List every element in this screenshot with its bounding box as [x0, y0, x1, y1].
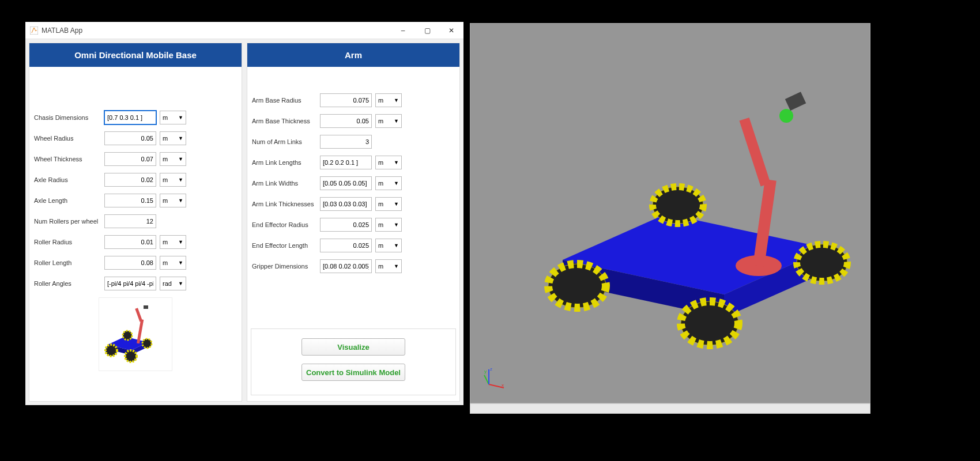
link-thicknesses-unit-select[interactable]: m▼	[375, 197, 402, 211]
ee-length-input[interactable]	[320, 239, 372, 252]
svg-text:y: y	[484, 369, 487, 374]
axle-radius-label: Axle Radius	[34, 176, 101, 183]
roller-length-input[interactable]	[104, 256, 156, 270]
ee-length-label: End Effector Length	[252, 242, 316, 249]
link-widths-input[interactable]	[320, 176, 372, 190]
axle-length-row: Axle Length m▼	[33, 190, 238, 211]
arm-panel: Arm Arm Base Radius m▼ Arm Base Thicknes…	[247, 43, 460, 402]
roller-length-label: Roller Length	[34, 259, 101, 266]
base-panel-header: Omni Directional Mobile Base	[29, 43, 242, 67]
gripper-unit-select[interactable]: m▼	[375, 259, 402, 273]
num-links-input[interactable]	[320, 135, 372, 149]
link-lengths-row: Arm Link Lengths m▼	[251, 152, 456, 173]
ee-radius-row: End Effector Radius m▼	[251, 214, 456, 235]
ee-length-unit-select[interactable]: m▼	[375, 239, 402, 252]
arm-base-radius-row: Arm Base Radius m▼	[251, 90, 456, 111]
num-rollers-row: Num Rollers per wheel	[33, 211, 238, 232]
arm-base-radius-unit-select[interactable]: m▼	[375, 93, 402, 107]
chassis-label: Chasis Dimensions	[34, 114, 101, 121]
svg-rect-35	[135, 308, 142, 322]
wheel-radius-label: Wheel Radius	[34, 135, 101, 142]
action-box: Visualize Convert to Simulink Model	[251, 328, 456, 395]
gripper-input[interactable]	[320, 259, 372, 273]
wheel-thickness-row: Wheel Thickness m▼	[33, 149, 238, 169]
window-title: MATLAB App	[42, 27, 391, 35]
ee-radius-unit-select[interactable]: m▼	[375, 218, 402, 232]
arm-base-radius-label: Arm Base Radius	[252, 97, 316, 104]
ee-radius-input[interactable]	[320, 218, 372, 232]
axle-radius-row: Axle Radius m▼	[33, 169, 238, 190]
axle-length-input[interactable]	[104, 194, 156, 207]
wheel-radius-input[interactable]	[104, 131, 156, 145]
minimize-button[interactable]: –	[391, 22, 415, 39]
link-lengths-input[interactable]	[320, 156, 372, 169]
num-rollers-label: Num Rollers per wheel	[34, 218, 101, 225]
wheel-thickness-label: Wheel Thickness	[34, 156, 101, 163]
axle-length-unit-select[interactable]: m▼	[160, 194, 186, 207]
roller-length-unit-select[interactable]: m▼	[160, 256, 186, 270]
roller-radius-row: Roller Radius m▼	[33, 232, 238, 252]
axis-triad-icon: x y z	[483, 367, 506, 390]
svg-point-14	[779, 109, 793, 123]
svg-rect-15	[785, 92, 806, 111]
arm-base-thickness-row: Arm Base Thickness m▼	[251, 111, 456, 131]
robot-render	[470, 24, 871, 404]
matlab-app-window: MATLAB App – ▢ ✕ Omni Directional Mobile…	[25, 22, 463, 405]
viewport-statusbar	[470, 403, 870, 414]
visualize-button[interactable]: Visualize	[301, 338, 405, 356]
link-thicknesses-row: Arm Link Thicknesses m▼	[251, 194, 456, 214]
arm-base-thickness-input[interactable]	[320, 114, 372, 128]
wheel-thickness-unit-select[interactable]: m▼	[160, 152, 186, 166]
roller-length-row: Roller Length m▼	[33, 252, 238, 273]
roller-angles-label: Roller Angles	[34, 280, 101, 287]
svg-rect-36	[144, 305, 148, 309]
convert-button[interactable]: Convert to Simulink Model	[301, 364, 405, 381]
link-widths-unit-select[interactable]: m▼	[375, 176, 402, 190]
axle-length-label: Axle Length	[34, 197, 101, 204]
wheel-radius-unit-select[interactable]: m▼	[160, 131, 186, 145]
link-lengths-unit-select[interactable]: m▼	[375, 156, 402, 169]
maximize-button[interactable]: ▢	[415, 22, 439, 39]
roller-radius-unit-select[interactable]: m▼	[160, 235, 186, 249]
roller-angles-unit-select[interactable]: rad▼	[160, 277, 186, 290]
roller-angles-input[interactable]	[104, 277, 156, 290]
arm-panel-header: Arm	[247, 43, 459, 67]
link-thicknesses-input[interactable]	[320, 197, 372, 211]
roller-angles-row: Roller Angles rad▼	[33, 273, 238, 294]
wheel-thickness-input[interactable]	[104, 152, 156, 166]
svg-text:z: z	[490, 367, 492, 372]
link-widths-label: Arm Link Widths	[252, 180, 316, 187]
base-preview-thumbnail	[99, 297, 172, 371]
roller-radius-label: Roller Radius	[34, 239, 101, 245]
arm-base-thickness-unit-select[interactable]: m▼	[375, 114, 402, 128]
arm-base-thickness-label: Arm Base Thickness	[252, 118, 316, 124]
chassis-unit-select[interactable]: m▼	[160, 111, 186, 124]
gripper-label: Gripper Dimensions	[252, 263, 316, 270]
base-panel: Omni Directional Mobile Base Chasis Dime…	[29, 43, 242, 402]
link-widths-row: Arm Link Widths m▼	[251, 173, 456, 194]
close-button[interactable]: ✕	[439, 22, 463, 39]
num-links-label: Num of Arm Links	[252, 138, 316, 145]
viewport-3d[interactable]: x y z	[470, 23, 870, 403]
matlab-icon	[30, 27, 38, 35]
axle-radius-unit-select[interactable]: m▼	[160, 173, 186, 187]
num-links-row: Num of Arm Links	[251, 131, 456, 152]
num-rollers-input[interactable]	[104, 214, 156, 228]
roller-radius-input[interactable]	[104, 235, 156, 249]
arm-base-radius-input[interactable]	[320, 93, 372, 107]
ee-radius-label: End Effector Radius	[252, 221, 316, 228]
chassis-input[interactable]	[104, 111, 156, 124]
svg-line-18	[484, 375, 489, 384]
link-thicknesses-label: Arm Link Thicknesses	[252, 201, 316, 207]
wheel-radius-row: Wheel Radius m▼	[33, 128, 238, 149]
chassis-row: Chasis Dimensions m▼	[33, 107, 238, 128]
svg-text:x: x	[502, 383, 504, 388]
gripper-row: Gripper Dimensions m▼	[251, 256, 456, 277]
axle-radius-input[interactable]	[104, 173, 156, 187]
svg-rect-34	[137, 319, 144, 343]
titlebar[interactable]: MATLAB App – ▢ ✕	[25, 22, 463, 39]
ee-length-row: End Effector Length m▼	[251, 235, 456, 256]
svg-rect-13	[739, 118, 770, 187]
link-lengths-label: Arm Link Lengths	[252, 159, 316, 166]
